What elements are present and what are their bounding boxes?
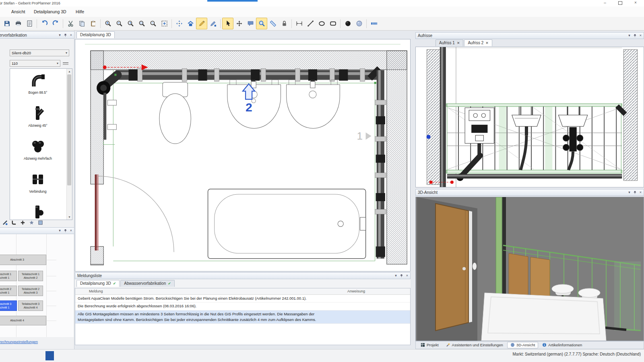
close-icon[interactable]: ✕: [457, 41, 460, 45]
branch-tool-button[interactable]: [20, 220, 25, 227]
maximize-button[interactable]: [613, 0, 627, 6]
door-3d[interactable]: [436, 204, 477, 331]
panel-close-icon[interactable]: ×: [406, 274, 408, 278]
toolbar-button-draw-ellipse[interactable]: [316, 18, 327, 29]
toolbar-button-draw-rectangle[interactable]: [327, 18, 339, 29]
message-row[interactable]: Geberit AquaClean Modelle benötigen Stro…: [75, 295, 410, 302]
tab-detailplanung-3d[interactable]: Detailplanung 3D: [76, 31, 115, 38]
section-block[interactable]: Teilabschnitt 1Abschnitt 2: [18, 271, 43, 281]
toolbar-button-zoom-object[interactable]: [256, 18, 267, 29]
toolbar-button-undo[interactable]: [39, 18, 50, 29]
scroll-down-icon[interactable]: ▼: [67, 214, 72, 220]
section-block[interactable]: Teilabschnitt 2Abschnitt 3: [18, 286, 43, 296]
menu-ansicht[interactable]: Ansicht: [10, 8, 27, 15]
section-block-bottom[interactable]: Abschnitt 4: [0, 316, 46, 325]
panel-close-icon[interactable]: ×: [70, 33, 72, 37]
toolbar-button-pan[interactable]: [173, 18, 185, 29]
toolbar-button-dimension[interactable]: [293, 18, 305, 29]
panel-close-icon[interactable]: ×: [70, 229, 72, 232]
bend-tool-button[interactable]: [11, 220, 17, 227]
library-item-pipe-fitting[interactable]: [10, 204, 66, 220]
library-item-Abzweig mehrfach[interactable]: Abzweig mehrfach: [10, 138, 66, 160]
toilet[interactable]: [159, 82, 191, 144]
sections-diagram[interactable]: Abschnitt 3 Teilabschnitt 1Abschnitt 1Te…: [0, 234, 74, 337]
section-block-top[interactable]: Abschnitt 3: [0, 255, 46, 265]
panel-close-icon[interactable]: ×: [640, 191, 642, 194]
library-item-Bogen 88.5°[interactable]: Bogen 88.5°: [10, 72, 66, 95]
toolbar-button-redo[interactable]: [50, 18, 61, 29]
section-block[interactable]: Teilabschnitt 3Abschnitt 1: [0, 300, 17, 311]
floor-plan-canvas[interactable]: 2 1: [75, 39, 411, 272]
section-block[interactable]: Teilabschnitt 1Abschnitt 1: [0, 271, 17, 281]
tab-Assistenten und Einstellungen[interactable]: Assistenten und Einstellungen: [443, 342, 506, 348]
tab-aufriss-1[interactable]: Aufriss 1 ✕: [436, 39, 463, 46]
panel-menu-icon[interactable]: ▾: [395, 274, 397, 278]
vertical-pipe-run[interactable]: [370, 68, 386, 258]
toolbar-button-draw-line[interactable]: [305, 18, 316, 29]
tab-Artikelinformationen[interactable]: Artikelinformationen: [539, 342, 585, 348]
diameter-extra-button[interactable]: [63, 62, 68, 63]
toolbar-button-lock[interactable]: [279, 18, 290, 29]
door[interactable]: [96, 175, 174, 252]
close-button[interactable]: ×: [629, 0, 642, 6]
pin-icon[interactable]: [64, 33, 67, 37]
toolbar-button-cut[interactable]: [65, 18, 76, 29]
toolbar-button-home-view[interactable]: [185, 18, 196, 29]
toolbar-button-zoom-previous[interactable]: [125, 18, 136, 29]
panel-close-icon[interactable]: ×: [640, 34, 642, 37]
scrollbar-thumb[interactable]: [67, 74, 71, 185]
pin-icon[interactable]: [633, 191, 637, 194]
toolbar-button-report[interactable]: [24, 18, 35, 29]
toolbar-button-paste[interactable]: [87, 18, 99, 29]
toolbar-button-copy[interactable]: [76, 18, 87, 29]
library-item-Verbindung[interactable]: Verbindung: [10, 171, 66, 193]
pin-icon[interactable]: [400, 274, 403, 278]
messages-tab-detailplanung[interactable]: Detailplanung 3D ✔: [76, 280, 120, 287]
pin-icon[interactable]: [633, 34, 637, 37]
toolbar-button-zoom-fit[interactable]: [159, 18, 170, 29]
view3d-canvas[interactable]: [415, 197, 644, 341]
toolbar-button-zoom-window[interactable]: [136, 18, 147, 29]
toolbar-button-redline-edit[interactable]: [207, 18, 219, 29]
system-dropdown[interactable]: Silent-db20▾: [10, 49, 69, 56]
menu-hilfe[interactable]: Hilfe: [74, 8, 86, 15]
minimize-button[interactable]: –: [598, 0, 612, 6]
diameter-dropdown[interactable]: 110▾: [10, 60, 60, 67]
favorites-tool-button[interactable]: [29, 220, 34, 227]
toolbar-button-render-mode[interactable]: [342, 18, 353, 29]
toolbar-button-zoom-out[interactable]: [114, 18, 125, 29]
tab-Projekt[interactable]: Projekt: [417, 342, 442, 348]
toolbar-button-select[interactable]: [222, 18, 233, 29]
message-row[interactable]: Die Berechnung wurde erfolgreich abgesch…: [75, 302, 410, 310]
close-icon[interactable]: ✕: [485, 41, 489, 45]
panel-menu-icon[interactable]: ▾: [628, 34, 630, 37]
washbasin-2[interactable]: [287, 80, 340, 129]
pin-icon[interactable]: [64, 229, 67, 232]
panel-menu-icon[interactable]: ▾: [628, 191, 630, 194]
tab-3D-Ansicht[interactable]: 3D-Ansicht: [507, 342, 538, 348]
section-block[interactable]: Teilabschnitt 3Abschnitt 4: [18, 300, 43, 311]
library-item-Abzweig 45°[interactable]: Abzweig 45°: [10, 105, 66, 128]
toolbar-button-scale-bar[interactable]: [368, 18, 380, 29]
scroll-up-icon[interactable]: ▲: [67, 69, 72, 74]
washbasin-1[interactable]: [227, 80, 281, 129]
messages-tab-abwasservorfabrikation[interactable]: Abwasservorfabrikation ✔: [120, 280, 174, 287]
calculation-settings-link[interactable]: Berechnungseinstellungen: [0, 340, 60, 344]
toolbar-button-annotate[interactable]: [245, 18, 256, 29]
bathtub-3d[interactable]: [481, 293, 606, 341]
library-scrollbar[interactable]: ▲ ▼: [66, 69, 72, 220]
bathtub[interactable]: [208, 189, 366, 259]
toolbar-button-print[interactable]: [12, 18, 24, 29]
elevation-canvas[interactable]: [415, 47, 644, 187]
toolbar-button-render-mode-2[interactable]: [353, 18, 365, 29]
toolbar-button-measure[interactable]: [267, 18, 279, 29]
tab-aufriss-2[interactable]: Aufriss 2 ✕: [464, 39, 492, 46]
panel-menu-icon[interactable]: ▾: [59, 229, 61, 232]
list-tool-button[interactable]: [38, 220, 43, 227]
toolbar-button-zoom-in[interactable]: [102, 18, 114, 29]
toolbar-button-zoom-dynamic[interactable]: [147, 18, 159, 29]
menu-detailplanung-3d[interactable]: Detailplanung 3D: [32, 8, 68, 15]
message-row[interactable]: Alle GIS Montageplatten müssen an mindes…: [75, 311, 410, 324]
toolbar-button-save[interactable]: [1, 18, 12, 29]
pipe-tool-button[interactable]: [2, 220, 8, 227]
